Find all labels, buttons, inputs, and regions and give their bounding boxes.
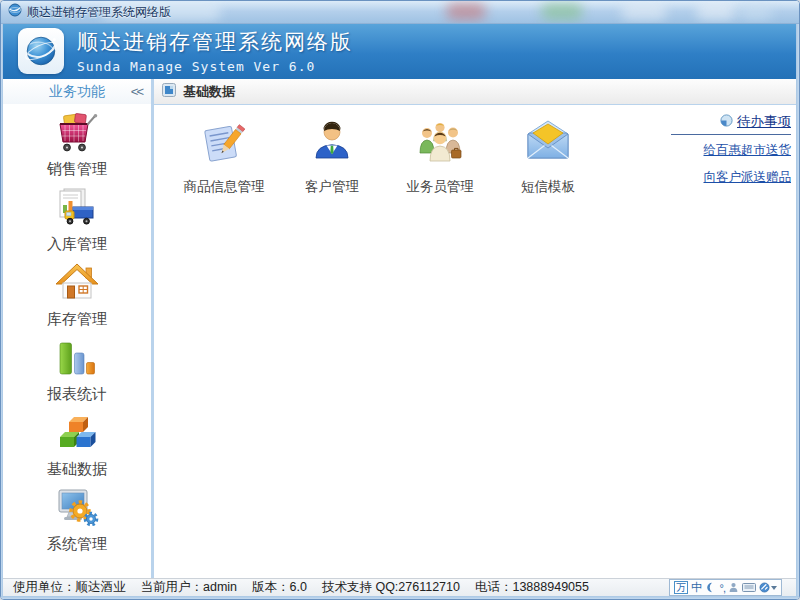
sidebar-item-basic-data[interactable]: 基础数据 [3, 409, 151, 484]
shortcut-label: 客户管理 [305, 178, 359, 196]
shortcut-label: 商品信息管理 [184, 178, 265, 196]
sidebar-item-sales[interactable]: 销售管理 [3, 109, 151, 184]
sidebar-item-reports[interactable]: 报表统计 [3, 334, 151, 409]
window-grid-icon [162, 83, 176, 101]
todo-separator [671, 134, 791, 135]
header-subtitle: Sunda Manage System Ver 6.0 [77, 59, 353, 74]
pie-clock-icon [720, 114, 733, 130]
main-area: 基础数据 [154, 79, 796, 579]
shortcut-label: 业务员管理 [406, 178, 474, 196]
people-group-icon [414, 117, 466, 169]
todo-item-link[interactable]: 向客户派送赠品 [671, 169, 791, 186]
sidebar-item-label: 库存管理 [47, 310, 107, 329]
tab-basic-data[interactable]: 基础数据 [183, 83, 235, 101]
titlebar: 顺达进销存管理系统网络版 [1, 1, 799, 24]
warehouse-house-icon [53, 259, 101, 307]
aero-glass-blur [739, 3, 773, 20]
sidebar-item-inventory[interactable]: 库存管理 [3, 259, 151, 334]
shortcut-product-info[interactable]: 商品信息管理 [174, 117, 274, 196]
system-settings-icon [53, 484, 101, 532]
status-version: 版本：6.0 [252, 579, 307, 596]
todo-panel: 待办事项 给百惠超市送货 向客户派送赠品 [671, 113, 791, 196]
sidebar-item-inbound[interactable]: 入库管理 [3, 184, 151, 259]
app-globe-icon [8, 3, 22, 21]
sidebar-item-label: 系统管理 [47, 535, 107, 554]
header-text-block: 顺达进销存管理系统网络版 Sunda Manage System Ver 6.0 [77, 28, 353, 74]
ime-input-method-button[interactable]: 万 [674, 581, 688, 594]
shortcut-salesman[interactable]: 业务员管理 [390, 117, 490, 196]
todo-title-link[interactable]: 待办事项 [720, 113, 791, 131]
app-window: 顺达进销存管理系统网络版 顺达进销存管理系统网络版 Sunda Manage S… [0, 0, 800, 600]
app-logo [18, 28, 64, 74]
shortcut-label: 短信模板 [521, 178, 575, 196]
user-mode-icon[interactable] [728, 582, 739, 593]
status-company: 使用单位：顺达酒业 [13, 579, 126, 596]
window-frame [1, 23, 3, 599]
document-pencil-icon [198, 117, 250, 169]
aero-glass-blur [541, 3, 583, 20]
halfwidth-moon-icon[interactable] [706, 582, 717, 593]
tab-bar: 基础数据 [154, 79, 796, 105]
shortcut-customer[interactable]: 客户管理 [282, 117, 382, 196]
shopping-cart-icon [53, 109, 101, 157]
window-frame [796, 23, 799, 599]
bar-chart-icon [53, 334, 101, 382]
sidebar-item-label: 基础数据 [47, 460, 107, 479]
documents-truck-icon [53, 184, 101, 232]
ime-tools-icon[interactable] [759, 582, 777, 593]
window-frame [1, 596, 799, 599]
sidebar-item-label: 销售管理 [47, 160, 107, 179]
aero-glass-blur [621, 3, 667, 20]
sidebar-item-label: 入库管理 [47, 235, 107, 254]
header-title: 顺达进销存管理系统网络版 [77, 28, 353, 56]
status-bar: 使用单位：顺达酒业 当前用户：admin 版本：6.0 技术支持 QQ:2761… [3, 578, 796, 596]
ime-punctuation-button[interactable]: °, [720, 582, 725, 594]
window-title: 顺达进销存管理系统网络版 [27, 4, 171, 21]
data-blocks-icon [53, 409, 101, 457]
globe-logo-icon [22, 32, 60, 70]
sidebar-item-system[interactable]: 系统管理 [3, 484, 151, 559]
ime-chinese-mode-button[interactable]: 中 [691, 580, 703, 595]
ime-language-bar[interactable]: 万 中 °, [669, 579, 782, 596]
status-current-user: 当前用户：admin [141, 579, 238, 596]
aero-glass-blur [446, 3, 486, 20]
sidebar: 业务功能 << [3, 79, 151, 579]
shortcut-sms-template[interactable]: 短信模板 [498, 117, 598, 196]
todo-item-link[interactable]: 给百惠超市送货 [671, 142, 791, 159]
app-header: 顺达进销存管理系统网络版 Sunda Manage System Ver 6.0 [3, 23, 796, 79]
envelope-icon [522, 117, 574, 169]
status-support-qq: 技术支持 QQ:276112710 [322, 579, 460, 596]
sidebar-header: 业务功能 << [3, 79, 151, 104]
dropdown-caret-icon [771, 586, 777, 590]
todo-title-text: 待办事项 [737, 113, 791, 131]
businessman-icon [306, 117, 358, 169]
soft-keyboard-icon[interactable] [742, 582, 756, 593]
sidebar-nav: 销售管理 [3, 104, 151, 559]
content-panel: 商品信息管理 客户管理 [154, 105, 796, 579]
shortcut-grid: 商品信息管理 客户管理 [174, 117, 598, 196]
aero-glass-blur [696, 3, 736, 20]
status-phone: 电话：13888949055 [475, 579, 589, 596]
sidebar-collapse-button[interactable]: << [131, 84, 142, 99]
sidebar-title: 业务功能 [49, 83, 105, 101]
sidebar-item-label: 报表统计 [47, 385, 107, 404]
